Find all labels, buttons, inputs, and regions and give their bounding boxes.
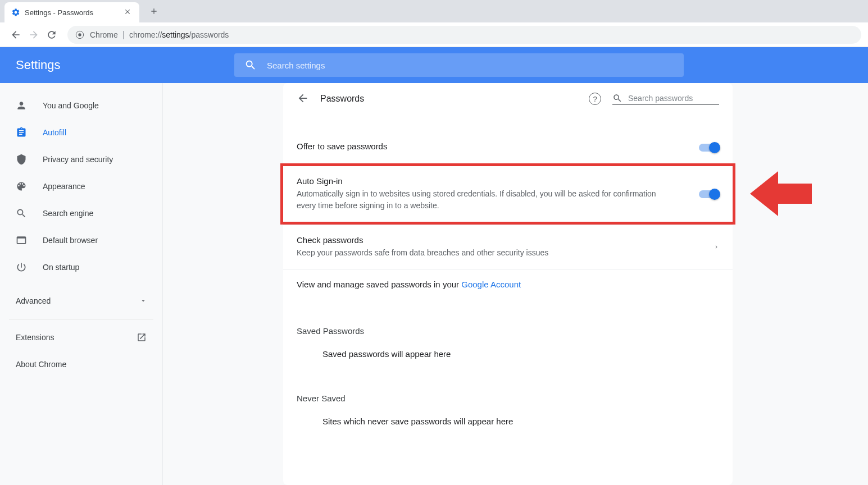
chrome-icon	[75, 30, 84, 39]
auto-signin-title: Auto Sign-in	[297, 176, 676, 186]
browser-tab[interactable]: Settings - Passwords	[4, 2, 139, 22]
auto-signin-toggle[interactable]	[699, 190, 719, 198]
chevron-right-icon	[714, 243, 719, 251]
offer-save-title: Offer to save passwords	[297, 141, 676, 151]
sidebar-item-appearance[interactable]: Appearance	[0, 173, 162, 200]
sidebar-item-on-startup[interactable]: On startup	[0, 254, 162, 281]
search-icon	[16, 208, 27, 219]
check-passwords-subtitle: Keep your passwords safe from data breac…	[297, 247, 691, 259]
check-passwords-title: Check passwords	[297, 235, 691, 245]
browser-icon	[16, 235, 27, 246]
tab-title: Settings - Passwords	[25, 8, 124, 17]
search-icon	[244, 59, 257, 71]
back-button[interactable]	[7, 26, 25, 44]
clipboard-icon	[16, 127, 27, 138]
sidebar-advanced[interactable]: Advanced	[0, 287, 162, 314]
offer-save-row: Offer to save passwords	[283, 131, 733, 163]
chevron-down-icon	[140, 298, 147, 304]
settings-title: Settings	[16, 58, 61, 72]
view-manage-row: View and manage saved passwords in your …	[283, 269, 733, 299]
auto-signin-highlight: Auto Sign-in Automatically sign in to we…	[280, 163, 735, 225]
sidebar-about[interactable]: About Chrome	[0, 351, 162, 378]
new-tab-button[interactable]	[146, 3, 162, 19]
sidebar-extensions[interactable]: Extensions	[0, 324, 162, 351]
reload-button[interactable]	[43, 26, 61, 44]
never-saved-header: Never Saved	[283, 383, 733, 409]
sidebar-item-privacy[interactable]: Privacy and security	[0, 146, 162, 173]
gear-icon	[11, 8, 20, 17]
settings-search[interactable]: Search settings	[234, 53, 684, 77]
search-icon	[612, 93, 622, 103]
annotation-arrow-icon	[750, 171, 812, 216]
forward-button[interactable]	[25, 26, 43, 44]
svg-point-1	[78, 33, 81, 36]
saved-passwords-empty: Saved passwords will appear here	[283, 341, 733, 372]
shield-icon	[16, 154, 27, 165]
address-bar[interactable]: Chrome | chrome://settings/passwords	[67, 26, 861, 44]
offer-save-toggle[interactable]	[699, 144, 719, 152]
search-placeholder: Search settings	[267, 61, 325, 70]
passwords-panel: Passwords ? Offer to save passwords	[283, 83, 733, 485]
password-search-input[interactable]	[628, 94, 719, 103]
browser-toolbar: Chrome | chrome://settings/passwords	[0, 22, 868, 47]
url-label: Chrome	[90, 30, 118, 39]
browser-tab-bar: Settings - Passwords	[0, 0, 868, 22]
sidebar-item-default-browser[interactable]: Default browser	[0, 227, 162, 254]
settings-sidebar: You and Google Autofill Privacy and secu…	[0, 83, 163, 485]
password-search[interactable]	[612, 93, 719, 105]
never-saved-empty: Sites which never save passwords will ap…	[283, 409, 733, 440]
palette-icon	[16, 181, 27, 192]
google-account-link[interactable]: Google Account	[461, 280, 521, 289]
content-header: Passwords ?	[283, 83, 733, 115]
saved-passwords-header: Saved Passwords	[283, 316, 733, 341]
check-passwords-row[interactable]: Check passwords Keep your passwords safe…	[283, 225, 733, 269]
open-external-icon	[137, 332, 147, 342]
settings-header: Settings Search settings	[0, 47, 868, 83]
sidebar-item-you-and-google[interactable]: You and Google	[0, 92, 162, 119]
auto-signin-row: Auto Sign-in Automatically sign in to we…	[283, 166, 733, 222]
sidebar-item-autofill[interactable]: Autofill	[0, 119, 162, 146]
close-icon[interactable]	[124, 8, 133, 17]
back-arrow-icon[interactable]	[297, 92, 310, 106]
power-icon	[16, 262, 27, 273]
person-icon	[16, 100, 27, 111]
help-icon[interactable]: ?	[589, 93, 601, 105]
content-title: Passwords	[320, 94, 364, 104]
auto-signin-subtitle: Automatically sign in to websites using …	[297, 188, 676, 212]
sidebar-item-search-engine[interactable]: Search engine	[0, 200, 162, 227]
